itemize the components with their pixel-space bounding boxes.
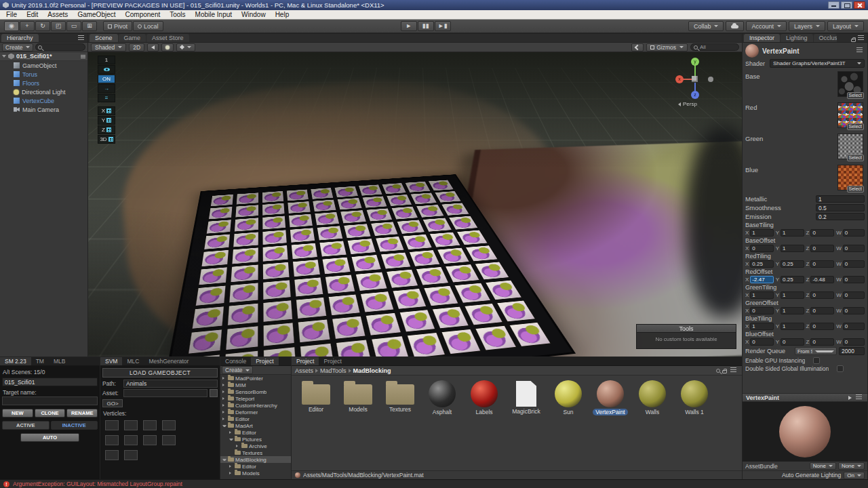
asset-labels[interactable]: Labels bbox=[464, 378, 505, 415]
asset-editor[interactable]: Editor bbox=[296, 378, 336, 415]
list-button[interactable]: ≡ bbox=[98, 94, 115, 102]
active-button[interactable]: ACTIVE bbox=[2, 421, 50, 430]
tree-arrow-icon[interactable] bbox=[222, 418, 226, 420]
component-field[interactable]: 0 bbox=[810, 229, 834, 237]
project-tab-project[interactable]: Project bbox=[292, 357, 319, 365]
tree-item-editor[interactable]: Editor bbox=[220, 463, 291, 470]
expand-arrow-icon[interactable] bbox=[2, 55, 6, 58]
component-field[interactable]: 1 bbox=[781, 323, 804, 330]
tree-arrow-icon[interactable] bbox=[222, 377, 226, 380]
component-field[interactable]: 0.25 bbox=[781, 260, 804, 268]
tree-item-madpointer[interactable]: MadPointer bbox=[220, 375, 291, 382]
component-field[interactable]: 0 bbox=[810, 260, 834, 268]
project-menu-icon[interactable] bbox=[730, 367, 736, 372]
component-field[interactable]: 0 bbox=[843, 338, 865, 346]
hierarchy-menu-icon[interactable] bbox=[78, 35, 84, 40]
menu-mobile-input[interactable]: Mobile Input bbox=[191, 10, 237, 19]
render-queue-dropdown[interactable]: From Shader bbox=[795, 347, 837, 355]
clone-button[interactable]: CLONE bbox=[35, 409, 66, 418]
menu-tools[interactable]: Tools bbox=[165, 10, 190, 19]
tree-item-customhierarchy[interactable]: CustomHierarchy bbox=[220, 402, 291, 409]
select-texture-button[interactable]: Select bbox=[847, 186, 864, 192]
menu-assets[interactable]: Assets bbox=[43, 10, 73, 19]
checkbox[interactable] bbox=[837, 365, 844, 372]
tree-arrow-icon[interactable] bbox=[222, 390, 226, 393]
component-field[interactable]: -0.48 bbox=[810, 276, 834, 283]
play-button[interactable]: ► bbox=[401, 21, 417, 31]
auto-button[interactable]: AUTO bbox=[20, 433, 79, 442]
tab-hierarchy[interactable]: Hierarchy bbox=[1, 34, 39, 42]
component-field[interactable]: 0 bbox=[810, 323, 834, 330]
select-texture-button[interactable]: Select bbox=[847, 92, 864, 99]
path-input[interactable]: Animals bbox=[123, 380, 218, 388]
lighting-toggle[interactable] bbox=[161, 43, 174, 52]
tree-item-models[interactable]: Models bbox=[220, 470, 291, 476]
tree-arrow-icon[interactable] bbox=[222, 459, 226, 461]
3d-toggle-button[interactable]: 3D bbox=[98, 135, 115, 144]
component-field[interactable]: 0.25 bbox=[781, 276, 804, 283]
rotate-tool-button[interactable]: ↻ bbox=[35, 21, 50, 31]
asset-walls-1[interactable]: Walls 1 bbox=[674, 378, 715, 415]
transform-tool-button[interactable]: ⊞ bbox=[82, 21, 97, 31]
component-field[interactable]: 0 bbox=[843, 245, 865, 252]
menu-edit[interactable]: Edit bbox=[22, 10, 43, 19]
create-dropdown[interactable]: Create bbox=[2, 43, 33, 52]
tab-scene[interactable]: Scene bbox=[90, 34, 118, 42]
perspective-label[interactable]: Persp bbox=[678, 101, 697, 107]
select-texture-button[interactable]: Select bbox=[847, 155, 864, 161]
target-name-input[interactable] bbox=[2, 396, 98, 405]
visibility-button[interactable] bbox=[98, 65, 115, 74]
tree-arrow-icon[interactable] bbox=[229, 472, 233, 474]
lock-icon[interactable] bbox=[851, 39, 856, 42]
tree-item-madblocking[interactable]: MadBlocking bbox=[220, 456, 291, 463]
asset-magicbrick[interactable]: MagicBrick bbox=[506, 378, 547, 415]
tree-item-teleport[interactable]: Teleport bbox=[220, 395, 291, 402]
component-field[interactable]: 0.25 bbox=[750, 260, 773, 268]
scene-viewport[interactable]: 1ON→≡XYZ3D y x z Persp Tools No custom t… bbox=[88, 52, 742, 357]
component-field[interactable]: 0 bbox=[843, 307, 865, 314]
hierarchy-item-torus[interactable]: Torus bbox=[0, 70, 87, 79]
on-toggle-button[interactable]: ON bbox=[98, 75, 115, 83]
tree-create-dropdown[interactable]: Create bbox=[222, 366, 253, 374]
tree-arrow-icon[interactable] bbox=[222, 425, 226, 427]
component-field[interactable]: 1 bbox=[750, 229, 773, 237]
minimize-button[interactable] bbox=[828, 1, 840, 9]
shader-dropdown[interactable]: Shader Graphs/VertexPaint3T bbox=[770, 59, 865, 68]
component-field[interactable]: 1 bbox=[781, 229, 804, 237]
gizmo-center-cube[interactable] bbox=[692, 76, 698, 82]
preview-header[interactable]: VertexPaint bbox=[743, 393, 867, 402]
collab-dropdown[interactable]: Collab bbox=[688, 21, 724, 31]
tree-item-textures[interactable]: Textures bbox=[220, 449, 291, 456]
asset-walls[interactable]: Walls bbox=[632, 378, 673, 415]
scene-orientation-gizmo[interactable]: y x z Persp bbox=[675, 58, 715, 108]
scene-options-icon[interactable] bbox=[81, 55, 85, 58]
tree-arrow-icon[interactable] bbox=[229, 439, 233, 441]
inspector-menu-icon[interactable] bbox=[858, 35, 864, 40]
component-field[interactable]: 0 bbox=[750, 338, 773, 346]
error-message[interactable]: ArgumentException: GUILayout: Mismatched… bbox=[13, 481, 182, 487]
component-field[interactable]: 0 bbox=[781, 338, 804, 346]
property-value-field[interactable]: 0.5 bbox=[816, 204, 865, 211]
component-field[interactable]: 1 bbox=[750, 323, 773, 330]
layers-dropdown[interactable]: Layers bbox=[789, 21, 825, 31]
hierarchy-item-vertexcube[interactable]: VertexCube bbox=[0, 96, 87, 105]
menu-component[interactable]: Component bbox=[121, 10, 165, 19]
tree-item-sensorbomb[interactable]: SensorBomb bbox=[220, 388, 291, 395]
play-icon[interactable] bbox=[848, 396, 852, 400]
menu-window[interactable]: Window bbox=[237, 10, 271, 19]
select-texture-button[interactable]: Select bbox=[847, 123, 864, 130]
svm-tab-mlc[interactable]: MLC bbox=[122, 357, 144, 365]
z-axis-handle[interactable]: z bbox=[691, 91, 699, 99]
cloud-button[interactable] bbox=[726, 21, 744, 31]
breadcrumb-madblocking[interactable]: MadBlocking bbox=[353, 367, 391, 374]
local-toggle[interactable]: Local bbox=[133, 21, 163, 31]
verticle-cell[interactable] bbox=[162, 420, 176, 430]
go-button[interactable]: GO> bbox=[102, 399, 123, 407]
inactive-button[interactable]: INACTIVE bbox=[51, 421, 98, 430]
arrow-button[interactable]: → bbox=[98, 84, 115, 93]
x-axis-handle[interactable]: x bbox=[675, 75, 684, 83]
maximize-button[interactable] bbox=[841, 1, 852, 9]
tree-item-editor[interactable]: Editor bbox=[220, 415, 291, 422]
tree-item-mim[interactable]: MIM bbox=[220, 382, 291, 388]
menu-file[interactable]: File bbox=[1, 10, 22, 19]
